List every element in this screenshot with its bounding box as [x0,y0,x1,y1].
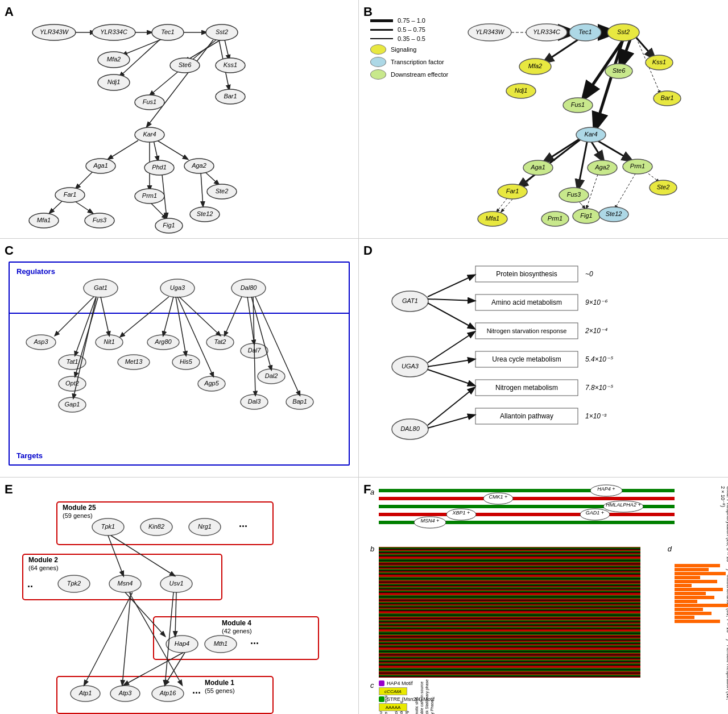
panel-c-label: C [5,243,14,258]
svg-text:MSN4 +: MSN4 + [421,518,440,524]
svg-text:Asp3: Asp3 [33,338,48,345]
svg-text:Hap4: Hap4 [175,640,189,647]
svg-line-165 [163,297,173,335]
svg-text:Tpk2: Tpk2 [67,580,81,587]
svg-text:Bar1: Bar1 [660,94,673,101]
svg-line-198 [428,275,474,297]
svg-text:Module 2: Module 2 [28,556,58,564]
svg-line-248 [122,592,131,685]
svg-text:Mfa1: Mfa1 [486,215,499,222]
svg-text:YLR343W: YLR343W [40,28,69,35]
svg-text:HMLALPHA2 +: HMLALPHA2 + [606,502,640,508]
svg-line-202 [428,359,474,367]
svg-text:Dal3: Dal3 [248,398,262,405]
svg-text:Mfa1: Mfa1 [37,217,51,223]
svg-line-70 [544,39,580,63]
svg-line-18 [205,172,219,185]
svg-text:CMK1 +: CMK1 + [489,494,508,500]
svg-text:Tat1: Tat1 [66,358,78,365]
legend-medium: 0.5 – 0.75 [398,26,425,33]
svg-text:(55 genes): (55 genes) [205,687,235,694]
svg-rect-257 [379,513,675,516]
svg-line-199 [428,299,474,301]
svg-text:Protein biosynthesis: Protein biosynthesis [496,270,557,278]
svg-text:Uga3: Uga3 [170,284,185,291]
svg-text:Prm1: Prm1 [548,215,562,222]
panel-e: E Module 25 (59 genes) Tpk1 Kin82 Nrg1 ·… [0,478,359,714]
svg-text:Module 1: Module 1 [205,679,234,687]
svg-text:Ndj1: Ndj1 [107,78,121,85]
svg-text:Nit1: Nit1 [104,338,115,345]
svg-text:HAP4 +: HAP4 + [597,486,615,492]
svg-line-74 [578,139,588,189]
bar-chart: -500-400-300-200-100 [675,547,728,678]
svg-text:Aga1: Aga1 [530,164,545,171]
svg-line-161 [101,297,109,335]
svg-text:1×10⁻³: 1×10⁻³ [585,412,607,420]
svg-text:Ste2: Ste2 [657,184,670,190]
svg-text:Aga2: Aga2 [191,162,206,169]
panel-f-sublabel-c: c [370,681,374,690]
svg-line-162 [75,298,98,376]
svg-text:Fig1: Fig1 [163,222,175,229]
svg-text:Allantoin pathway: Allantoin pathway [500,412,553,420]
svg-line-168 [179,297,220,335]
svg-line-80 [615,170,638,209]
svg-text:Module 4: Module 4 [222,619,251,627]
panel-c: C Regulators Targets Gat1 [0,239,359,478]
svg-text:Ndj1: Ndj1 [515,87,528,94]
heatmap [379,547,640,678]
svg-text:Tpk1: Tpk1 [101,523,115,530]
svg-line-204 [428,388,474,425]
svg-line-71 [595,38,623,129]
svg-text:Mfa2: Mfa2 [107,56,121,63]
svg-text:2×10⁻⁴: 2×10⁻⁴ [585,327,607,335]
svg-text:Sst2: Sst2 [617,28,630,35]
panel-f-sublabel-b: b [370,545,374,553]
svg-text:~0: ~0 [585,270,593,278]
svg-text:Usv1: Usv1 [169,580,183,587]
panel-a: A [0,0,359,239]
svg-line-72 [544,138,581,162]
svg-text:Fus1: Fus1 [571,101,585,108]
svg-line-17 [151,203,167,219]
svg-line-8 [122,39,163,55]
svg-text:Tec1: Tec1 [578,28,592,35]
svg-text:Msn4: Msn4 [118,580,133,587]
svg-line-67 [635,36,655,59]
svg-text:Dal2: Dal2 [265,372,278,379]
panel-d: D GAT1 UGA3 DAL80 Protein biosynthesis A… [359,239,728,478]
svg-line-7 [147,40,213,127]
svg-text:···: ··· [239,521,247,532]
svg-line-166 [176,297,186,355]
svg-text:Atp16: Atp16 [159,690,177,696]
svg-text:Ste12: Ste12 [197,210,213,217]
svg-text:Kar4: Kar4 [143,131,156,138]
svg-line-14 [76,172,93,189]
svg-text:7.8×10⁻⁵: 7.8×10⁻⁵ [585,384,614,392]
panel-b-legend: 0.75 – 1.0 0.5 – 0.75 0.35 – 0.5 Signali… [370,17,448,82]
panel-f-sublabel-a: a [370,488,374,496]
legend-signaling: Signaling [391,46,416,53]
svg-text:Kar4: Kar4 [584,131,597,138]
svg-text:Nitrogen metabolism: Nitrogen metabolism [495,384,558,392]
svg-text:Far1: Far1 [506,188,519,194]
svg-text:Ste2: Ste2 [216,188,229,194]
svg-text:DAL80: DAL80 [400,425,420,432]
svg-text:Ste6: Ste6 [179,61,192,68]
svg-text:Far1: Far1 [64,191,77,198]
svg-text:Prm1: Prm1 [630,163,645,169]
svg-text:Arg80: Arg80 [154,338,172,345]
svg-text:Mfa2: Mfa2 [528,63,542,69]
svg-text:Fig1: Fig1 [580,212,592,219]
legend-dashed: 0.35 – 0.5 [398,35,425,42]
svg-text:GAT1: GAT1 [402,297,418,304]
svg-text:His5: His5 [180,358,193,365]
panel-d-label: D [363,243,373,258]
svg-line-13 [155,139,188,159]
svg-text:Phd1: Phd1 [152,164,167,171]
panel-a-label: A [5,5,14,19]
svg-text:Atp1: Atp1 [78,690,92,696]
svg-rect-254 [379,489,675,492]
svg-line-19 [201,172,203,206]
